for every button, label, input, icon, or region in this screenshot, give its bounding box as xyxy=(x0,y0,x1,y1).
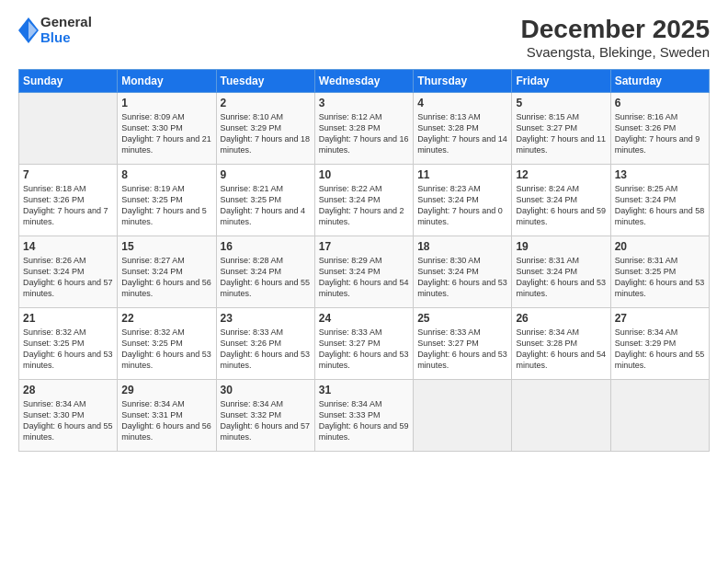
cell-w4-d5 xyxy=(512,380,610,452)
cell-info: Sunrise: 8:31 AMSunset: 3:24 PMDaylight:… xyxy=(516,256,606,298)
day-number: 12 xyxy=(516,168,606,181)
cell-w0-d1: 1Sunrise: 8:09 AMSunset: 3:30 PMDaylight… xyxy=(118,93,216,165)
calendar-table: Sunday Monday Tuesday Wednesday Thursday… xyxy=(18,69,710,452)
cell-w4-d6 xyxy=(610,380,709,452)
cell-info: Sunrise: 8:34 AMSunset: 3:31 PMDaylight:… xyxy=(121,399,211,442)
week-row-2: 14Sunrise: 8:26 AMSunset: 3:24 PMDayligh… xyxy=(19,236,710,308)
cell-w4-d1: 29Sunrise: 8:34 AMSunset: 3:31 PMDayligh… xyxy=(118,380,216,452)
cell-w1-d1: 8Sunrise: 8:19 AMSunset: 3:25 PMDaylight… xyxy=(118,165,216,236)
cell-info: Sunrise: 8:12 AMSunset: 3:28 PMDaylight:… xyxy=(319,112,409,155)
day-number: 19 xyxy=(516,240,606,253)
cell-info: Sunrise: 8:18 AMSunset: 3:26 PMDaylight:… xyxy=(23,184,108,226)
header-friday: Friday xyxy=(512,70,610,93)
cell-w2-d3: 17Sunrise: 8:29 AMSunset: 3:24 PMDayligh… xyxy=(314,236,413,308)
cell-w4-d2: 30Sunrise: 8:34 AMSunset: 3:32 PMDayligh… xyxy=(216,380,314,452)
cell-info: Sunrise: 8:23 AMSunset: 3:24 PMDaylight:… xyxy=(417,184,503,226)
cell-w0-d0 xyxy=(19,93,118,165)
cell-w3-d4: 25Sunrise: 8:33 AMSunset: 3:27 PMDayligh… xyxy=(414,308,512,380)
cell-info: Sunrise: 8:09 AMSunset: 3:30 PMDaylight:… xyxy=(121,112,211,155)
cell-w0-d3: 3Sunrise: 8:12 AMSunset: 3:28 PMDaylight… xyxy=(314,93,413,165)
day-number: 9 xyxy=(221,168,311,181)
cell-w3-d0: 21Sunrise: 8:32 AMSunset: 3:25 PMDayligh… xyxy=(19,308,118,380)
cell-w0-d6: 6Sunrise: 8:16 AMSunset: 3:26 PMDaylight… xyxy=(610,93,709,165)
cell-w3-d5: 26Sunrise: 8:34 AMSunset: 3:28 PMDayligh… xyxy=(512,308,610,380)
header-row: Sunday Monday Tuesday Wednesday Thursday… xyxy=(19,70,710,93)
cell-info: Sunrise: 8:27 AMSunset: 3:24 PMDaylight:… xyxy=(121,256,211,298)
cell-info: Sunrise: 8:34 AMSunset: 3:30 PMDaylight:… xyxy=(23,399,113,442)
header-thursday: Thursday xyxy=(414,70,512,93)
day-number: 28 xyxy=(23,384,113,396)
title-block: December 2025 Svaengsta, Blekinge, Swede… xyxy=(521,15,710,60)
cell-info: Sunrise: 8:33 AMSunset: 3:27 PMDaylight:… xyxy=(319,327,409,370)
logo-blue-text: Blue xyxy=(40,30,92,46)
header: General Blue December 2025 Svaengsta, Bl… xyxy=(18,15,710,60)
day-number: 17 xyxy=(319,240,409,253)
cell-info: Sunrise: 8:34 AMSunset: 3:29 PMDaylight:… xyxy=(615,327,705,370)
cell-w2-d4: 18Sunrise: 8:30 AMSunset: 3:24 PMDayligh… xyxy=(414,236,512,308)
cell-info: Sunrise: 8:13 AMSunset: 3:28 PMDaylight:… xyxy=(417,112,507,155)
day-number: 22 xyxy=(121,312,211,325)
cell-info: Sunrise: 8:32 AMSunset: 3:25 PMDaylight:… xyxy=(121,327,211,370)
cell-w4-d3: 31Sunrise: 8:34 AMSunset: 3:33 PMDayligh… xyxy=(314,380,413,452)
day-number: 26 xyxy=(516,312,606,325)
day-number: 8 xyxy=(121,168,211,181)
cell-info: Sunrise: 8:34 AMSunset: 3:32 PMDaylight:… xyxy=(221,399,311,442)
cell-w0-d2: 2Sunrise: 8:10 AMSunset: 3:29 PMDaylight… xyxy=(216,93,314,165)
day-number: 11 xyxy=(417,168,507,181)
day-number: 18 xyxy=(417,240,507,253)
cell-info: Sunrise: 8:22 AMSunset: 3:24 PMDaylight:… xyxy=(319,184,404,226)
header-wednesday: Wednesday xyxy=(314,70,413,93)
day-number: 23 xyxy=(221,312,311,325)
header-monday: Monday xyxy=(118,70,216,93)
cell-info: Sunrise: 8:10 AMSunset: 3:29 PMDaylight:… xyxy=(221,112,311,155)
cell-w1-d3: 10Sunrise: 8:22 AMSunset: 3:24 PMDayligh… xyxy=(314,165,413,236)
day-number: 24 xyxy=(319,312,409,325)
day-number: 21 xyxy=(23,312,113,325)
header-saturday: Saturday xyxy=(610,70,709,93)
day-number: 20 xyxy=(615,240,705,253)
cell-w4-d0: 28Sunrise: 8:34 AMSunset: 3:30 PMDayligh… xyxy=(19,380,118,452)
week-row-3: 21Sunrise: 8:32 AMSunset: 3:25 PMDayligh… xyxy=(19,308,710,380)
day-number: 27 xyxy=(615,312,705,325)
cell-w1-d2: 9Sunrise: 8:21 AMSunset: 3:25 PMDaylight… xyxy=(216,165,314,236)
day-number: 2 xyxy=(221,97,311,109)
cell-w3-d2: 23Sunrise: 8:33 AMSunset: 3:26 PMDayligh… xyxy=(216,308,314,380)
cell-info: Sunrise: 8:33 AMSunset: 3:26 PMDaylight:… xyxy=(221,327,311,370)
calendar-subtitle: Svaengsta, Blekinge, Sweden xyxy=(521,44,710,60)
header-tuesday: Tuesday xyxy=(216,70,314,93)
day-number: 4 xyxy=(417,97,507,109)
cell-info: Sunrise: 8:31 AMSunset: 3:25 PMDaylight:… xyxy=(615,256,705,298)
cell-w4-d4 xyxy=(414,380,512,452)
cell-w2-d0: 14Sunrise: 8:26 AMSunset: 3:24 PMDayligh… xyxy=(19,236,118,308)
cell-info: Sunrise: 8:34 AMSunset: 3:33 PMDaylight:… xyxy=(319,399,409,442)
cell-info: Sunrise: 8:16 AMSunset: 3:26 PMDaylight:… xyxy=(615,112,700,155)
cell-w0-d5: 5Sunrise: 8:15 AMSunset: 3:27 PMDaylight… xyxy=(512,93,610,165)
header-sunday: Sunday xyxy=(19,70,118,93)
day-number: 25 xyxy=(417,312,507,325)
week-row-0: 1Sunrise: 8:09 AMSunset: 3:30 PMDaylight… xyxy=(19,93,710,165)
cell-w2-d6: 20Sunrise: 8:31 AMSunset: 3:25 PMDayligh… xyxy=(610,236,709,308)
day-number: 15 xyxy=(121,240,211,253)
cell-info: Sunrise: 8:24 AMSunset: 3:24 PMDaylight:… xyxy=(516,184,606,226)
week-row-1: 7Sunrise: 8:18 AMSunset: 3:26 PMDaylight… xyxy=(19,165,710,236)
day-number: 5 xyxy=(516,97,606,109)
day-number: 29 xyxy=(121,384,211,396)
day-number: 6 xyxy=(615,97,705,109)
logo-general-text: General xyxy=(40,15,92,30)
day-number: 1 xyxy=(121,97,211,109)
cell-w2-d2: 16Sunrise: 8:28 AMSunset: 3:24 PMDayligh… xyxy=(216,236,314,308)
logo-icon xyxy=(18,17,39,43)
calendar-title: December 2025 xyxy=(521,15,710,44)
cell-w0-d4: 4Sunrise: 8:13 AMSunset: 3:28 PMDaylight… xyxy=(414,93,512,165)
cell-w1-d4: 11Sunrise: 8:23 AMSunset: 3:24 PMDayligh… xyxy=(414,165,512,236)
cell-info: Sunrise: 8:33 AMSunset: 3:27 PMDaylight:… xyxy=(417,327,507,370)
cell-info: Sunrise: 8:30 AMSunset: 3:24 PMDaylight:… xyxy=(417,256,507,298)
cell-info: Sunrise: 8:25 AMSunset: 3:24 PMDaylight:… xyxy=(615,184,705,226)
cell-w3-d3: 24Sunrise: 8:33 AMSunset: 3:27 PMDayligh… xyxy=(314,308,413,380)
day-number: 13 xyxy=(615,168,705,181)
day-number: 31 xyxy=(319,384,409,396)
cell-info: Sunrise: 8:29 AMSunset: 3:24 PMDaylight:… xyxy=(319,256,409,298)
cell-info: Sunrise: 8:19 AMSunset: 3:25 PMDaylight:… xyxy=(121,184,207,226)
cell-info: Sunrise: 8:26 AMSunset: 3:24 PMDaylight:… xyxy=(23,256,113,298)
cell-info: Sunrise: 8:28 AMSunset: 3:24 PMDaylight:… xyxy=(221,256,311,298)
